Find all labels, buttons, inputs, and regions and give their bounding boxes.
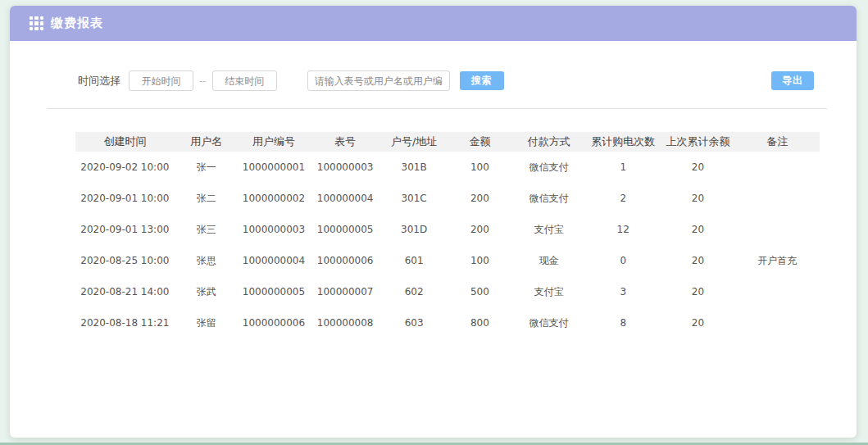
table-cell: 张思 [175,245,239,276]
table-cell: 301D [381,214,447,245]
date-range-separator: -- [199,75,207,87]
table-cell: 100000003 [309,152,381,183]
table-cell: 微信支付 [513,183,585,214]
report-table-container: 创建时间用户名用户编号表号户号/地址金额付款方式累计购电次数上次累计余额备注 2… [75,132,820,338]
table-cell: 微信支付 [513,152,585,183]
table-cell [734,214,820,245]
page-title: 缴费报表 [51,16,103,31]
table-cell [734,276,820,307]
table-cell: 现金 [513,245,585,276]
end-time-input[interactable] [212,70,277,91]
column-header: 用户名 [175,132,239,152]
table-cell: 200 [447,214,513,245]
table-cell: 0 [585,245,661,276]
table-cell: 800 [447,307,513,338]
table-cell: 1000000005 [239,276,309,307]
table-cell [734,152,820,183]
report-table: 创建时间用户名用户编号表号户号/地址金额付款方式累计购电次数上次累计余额备注 2… [75,132,820,338]
table-cell: 1000000004 [239,245,309,276]
table-row: 2020-09-02 10:00张一1000000001100000003301… [75,152,820,183]
table-row: 2020-09-01 10:00张二1000000002100000004301… [75,183,820,214]
report-card: 缴费报表 时间选择 -- 搜索 导出 创建时间用户名用户编号表号户号/地址金额付… [10,6,857,438]
table-cell: 2020-08-21 14:00 [75,276,175,307]
start-time-input[interactable] [129,70,193,91]
column-header: 备注 [734,132,820,152]
table-cell: 开户首充 [734,245,820,276]
table-cell: 100 [447,245,513,276]
table-cell: 2020-08-25 10:00 [75,245,175,276]
table-cell: 3 [585,276,661,307]
table-cell: 支付宝 [513,214,585,245]
export-button[interactable]: 导出 [771,71,814,90]
column-header: 表号 [309,132,381,152]
column-header: 金额 [447,132,513,152]
table-row: 2020-08-18 11:21张留1000000006100000008603… [75,307,820,338]
table-cell: 12 [585,214,661,245]
table-cell: 微信支付 [513,307,585,338]
titlebar: 缴费报表 [10,6,857,41]
table-cell: 200 [447,183,513,214]
table-row: 2020-08-21 14:00张武1000000005100000007602… [75,276,820,307]
table-cell: 602 [381,276,447,307]
table-cell: 301C [381,183,447,214]
filter-bar: 时间选择 -- 搜索 导出 [78,70,814,91]
table-cell: 20 [661,276,735,307]
table-cell: 张三 [175,214,239,245]
table-cell: 20 [661,245,735,276]
table-cell: 张武 [175,276,239,307]
table-cell: 1000000003 [239,214,309,245]
table-cell: 1 [585,152,661,183]
table-cell: 2020-09-01 13:00 [75,214,175,245]
table-cell: 2 [585,183,661,214]
table-row: 2020-09-01 13:00张三1000000003100000005301… [75,214,820,245]
table-cell: 603 [381,307,447,338]
table-cell [734,183,820,214]
table-cell: 8 [585,307,661,338]
table-cell: 张一 [175,152,239,183]
column-header: 户号/地址 [381,132,447,152]
grid-menu-icon [30,16,43,30]
table-cell: 100000008 [309,307,381,338]
table-cell: 支付宝 [513,276,585,307]
table-cell: 100000005 [309,214,381,245]
table-cell: 20 [661,183,735,214]
column-header: 上次累计余额 [661,132,735,152]
column-header: 创建时间 [75,132,175,152]
table-cell: 1000000001 [239,152,309,183]
table-cell: 2020-09-02 10:00 [75,152,175,183]
divider [47,108,827,109]
table-cell: 2020-09-01 10:00 [75,183,175,214]
column-header: 付款方式 [513,132,585,152]
table-cell: 1000000002 [239,183,309,214]
table-cell [734,307,820,338]
search-button[interactable]: 搜索 [460,71,504,90]
table-cell: 301B [381,152,447,183]
table-row: 2020-08-25 10:00张思1000000004100000006601… [75,245,820,276]
table-cell: 20 [661,152,735,183]
table-cell: 500 [447,276,513,307]
table-cell: 张留 [175,307,239,338]
table-header-row: 创建时间用户名用户编号表号户号/地址金额付款方式累计购电次数上次累计余额备注 [75,132,820,152]
table-cell: 100000006 [309,245,381,276]
table-cell: 2020-08-18 11:21 [75,307,175,338]
table-cell: 20 [661,307,735,338]
table-cell: 张二 [175,183,239,214]
column-header: 累计购电次数 [585,132,661,152]
table-cell: 100 [447,152,513,183]
table-cell: 20 [661,214,735,245]
table-cell: 1000000006 [239,307,309,338]
search-input[interactable] [307,70,450,91]
table-cell: 100000007 [309,276,381,307]
time-select-label: 时间选择 [78,74,120,89]
table-cell: 100000004 [309,183,381,214]
column-header: 用户编号 [239,132,309,152]
table-cell: 601 [381,245,447,276]
